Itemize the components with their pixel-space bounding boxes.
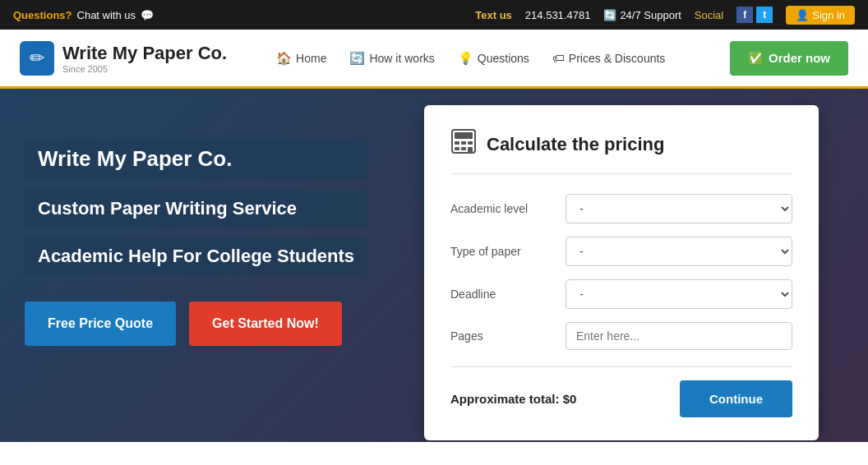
approx-label: Approximate total: bbox=[450, 392, 560, 406]
nav-home-label: Home bbox=[296, 52, 326, 65]
order-icon: ✅ bbox=[748, 51, 764, 66]
free-price-quote-button[interactable]: Free Price Quote bbox=[25, 302, 176, 346]
pricing-card-title: Calculate the pricing bbox=[487, 134, 664, 155]
approximate-total: Approximate total: $0 bbox=[450, 392, 576, 406]
prices-icon: 🏷 bbox=[552, 51, 565, 65]
svg-rect-3 bbox=[461, 141, 466, 145]
hero-left: Write My Paper Co. Custom Paper Writing … bbox=[25, 122, 367, 346]
chat-icon: 💬 bbox=[141, 9, 154, 21]
continue-button[interactable]: Continue bbox=[680, 380, 792, 417]
sign-in-icon: 👤 bbox=[796, 9, 809, 21]
logo-text: Write My Paper Co. Since 2005 bbox=[62, 43, 227, 74]
nav-links: 🏠 Home 🔄 How it works 💡 Questions 🏷 Pric… bbox=[276, 41, 848, 76]
navbar: ✏ Write My Paper Co. Since 2005 🏠 Home 🔄… bbox=[0, 30, 868, 89]
pages-label: Pages bbox=[450, 329, 566, 343]
nav-prices-label: Prices & Discounts bbox=[569, 52, 665, 65]
logo-name: Write My Paper Co. bbox=[62, 43, 227, 64]
academic-level-label: Academic level bbox=[450, 202, 566, 215]
svg-rect-2 bbox=[455, 141, 459, 145]
support-item: 🔄 24/7 Support bbox=[603, 9, 681, 21]
academic-level-row: Academic level - High School Undergradua… bbox=[450, 194, 792, 223]
logo-since: Since 2005 bbox=[62, 64, 227, 74]
svg-rect-5 bbox=[455, 147, 459, 150]
calculator-icon bbox=[450, 128, 477, 160]
facebook-icon[interactable]: f bbox=[736, 7, 753, 23]
order-label: Order now bbox=[769, 51, 830, 65]
questions-nav-icon: 💡 bbox=[458, 51, 473, 66]
twitter-icon[interactable]: t bbox=[756, 7, 773, 23]
get-started-now-button[interactable]: Get Started Now! bbox=[189, 302, 342, 346]
hero-tagline: Academic Help For College Students bbox=[25, 237, 367, 275]
hero-buttons: Free Price Quote Get Started Now! bbox=[25, 302, 367, 346]
social-label: Social bbox=[695, 9, 723, 21]
logo-icon: ✏ bbox=[20, 41, 54, 76]
chat-label[interactable]: Chat with us bbox=[77, 9, 136, 21]
deadline-label: Deadline bbox=[450, 288, 566, 301]
pricing-card: Calculate the pricing Academic level - H… bbox=[424, 105, 819, 440]
pages-row: Pages bbox=[450, 322, 792, 350]
deadline-select[interactable]: - 3 hours 6 hours 12 hours 24 hours 3 da… bbox=[566, 279, 792, 309]
hero-title-box: Write My Paper Co. bbox=[25, 138, 367, 180]
top-bar: Questions? Chat with us 💬 Text us 214.53… bbox=[0, 0, 868, 30]
support-icon: 🔄 bbox=[603, 9, 616, 21]
how-icon: 🔄 bbox=[349, 51, 365, 66]
pages-input[interactable] bbox=[566, 322, 792, 350]
type-of-paper-select[interactable]: - Essay Research Paper Term Paper Thesis bbox=[566, 237, 792, 266]
nav-questions[interactable]: 💡 Questions bbox=[458, 51, 529, 66]
hero-title: Write My Paper Co. bbox=[38, 146, 232, 171]
nav-how-label: How it works bbox=[369, 52, 434, 65]
hero-subtitle: Custom Paper Writing Service bbox=[25, 190, 367, 228]
questions-label: Questions? bbox=[13, 9, 72, 21]
pricing-footer: Approximate total: $0 Continue bbox=[450, 366, 792, 417]
svg-rect-4 bbox=[468, 141, 473, 145]
svg-rect-7 bbox=[468, 147, 473, 154]
svg-rect-6 bbox=[461, 147, 466, 150]
sign-in-button[interactable]: 👤 Sign in bbox=[786, 6, 855, 25]
phone-number: 214.531.4781 bbox=[525, 9, 591, 21]
type-of-paper-label: Type of paper bbox=[450, 245, 566, 258]
deadline-row: Deadline - 3 hours 6 hours 12 hours 24 h… bbox=[450, 279, 792, 309]
type-of-paper-row: Type of paper - Essay Research Paper Ter… bbox=[450, 237, 792, 266]
social-icons: f t bbox=[736, 7, 773, 23]
top-bar-left: Questions? Chat with us 💬 bbox=[13, 9, 154, 21]
hero-section: Write My Paper Co. Custom Paper Writing … bbox=[0, 89, 868, 442]
nav-home[interactable]: 🏠 Home bbox=[276, 51, 326, 66]
top-bar-right: Text us 214.531.4781 🔄 24/7 Support Soci… bbox=[475, 6, 855, 25]
home-icon: 🏠 bbox=[276, 51, 292, 66]
logo[interactable]: ✏ Write My Paper Co. Since 2005 bbox=[20, 41, 227, 76]
pricing-card-header: Calculate the pricing bbox=[450, 128, 792, 174]
order-now-button[interactable]: ✅ Order now bbox=[730, 41, 848, 76]
nav-how-it-works[interactable]: 🔄 How it works bbox=[349, 51, 434, 66]
text-us-label: Text us bbox=[475, 9, 512, 21]
svg-rect-1 bbox=[455, 132, 473, 139]
nav-prices[interactable]: 🏷 Prices & Discounts bbox=[552, 51, 665, 65]
academic-level-select[interactable]: - High School Undergraduate Master PhD bbox=[566, 194, 792, 223]
sign-in-label: Sign in bbox=[812, 9, 845, 21]
nav-questions-label: Questions bbox=[478, 52, 529, 65]
support-label: 24/7 Support bbox=[620, 9, 681, 21]
approx-value: $0 bbox=[563, 392, 577, 406]
